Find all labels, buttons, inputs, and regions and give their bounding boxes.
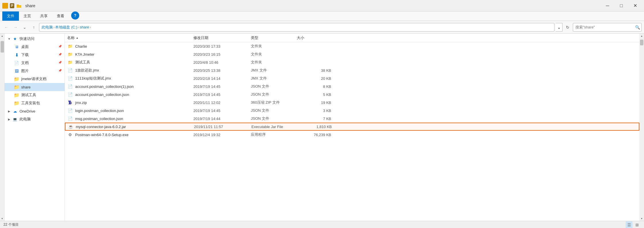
table-row[interactable]: 🗜 jmx.zip 2020/1/11 12:02 360压缩 ZIP 文件 1… [65,98,639,107]
onedrive-icon: ☁ [12,108,18,114]
minimize-button[interactable]: ─ [601,1,614,10]
table-row[interactable]: 📁 测试工具 2020/4/8 10:46 文件夹 [65,58,639,66]
sidebar-scroll-down[interactable]: ▼ [0,216,5,221]
file-size: 3 KB [297,109,331,113]
sidebar-label-jmeter: jmeter请求文档 [21,76,46,82]
list-view-button[interactable]: ☰ [626,221,633,228]
right-scroll-up[interactable]: ▲ [639,34,644,38]
file-type: JMX 文件 [251,76,297,81]
folder-icon-share: 📁 [14,84,20,90]
tab-share[interactable]: 共享 [36,11,52,21]
file-name: Postman-win64-7.8.0-Setup.exe [75,133,193,137]
sidebar-scrollbar: ▲ ▼ [0,34,5,221]
address-path[interactable]: 此电脑 › 本地磁盘 (C:) › share › [39,23,554,32]
file-date: 2019/7/19 14:45 [193,84,251,89]
table-row[interactable]: 📁 Charlie 2020/3/30 17:33 文件夹 [65,42,639,50]
file-name: Charlie [75,44,193,49]
file-name: jmx.zip [75,101,193,105]
sidebar-item-thispc[interactable]: ▶ 💻 此电脑 [5,115,65,123]
file-name: KTA Jmeter [75,52,193,57]
tab-home[interactable]: 主页 [19,11,36,21]
sidebar-item-toolspkg[interactable]: 📁 工具安装包 [5,99,65,107]
expand-icon-quickaccess: ▼ [7,36,11,41]
col-header-type[interactable]: 类型 [251,35,297,40]
file-date: 2019/7/19 14:45 [193,92,251,97]
grid-view-button[interactable]: ⊞ [634,221,641,228]
file-type: Executable Jar File [251,125,297,129]
sidebar-item-share[interactable]: 📁 share [5,83,65,91]
sidebar-label-share: share [21,85,31,89]
svg-rect-0 [10,3,14,8]
sidebar-scroll-thumb[interactable] [1,41,4,53]
sidebar-item-desktop[interactable]: 🖥 桌面 📌 [5,43,65,51]
file-date: 2020/3/23 16:15 [193,52,251,57]
file-type: JSON 文件 [251,92,297,97]
sidebar-item-photos[interactable]: 🖼 图片 📌 [5,67,65,75]
right-scroll-down[interactable]: ▼ [639,216,644,221]
sidebar-item-jmeter[interactable]: 📁 jmeter请求文档 [5,75,65,83]
sidebar-item-testtools[interactable]: 📁 测试工具 [5,91,65,99]
file-size: 8 KB [297,84,331,89]
file-list-header: 名称 ▲ 修改日期 类型 大小 [65,34,639,42]
file-size: 19 KB [297,101,331,105]
sidebar-item-quickaccess[interactable]: ▼ ★ 快速访问 [5,35,65,43]
table-row[interactable]: 📄 1111ksp短信测试.jmx 2020/2/18 14:14 JMX 文件… [65,74,639,82]
path-sep2: › [78,25,79,29]
table-row[interactable]: 📄 1放款还款.jmx 2020/3/25 13:38 JMX 文件 38 KB [65,66,639,74]
table-row[interactable]: 📄 msg.postman_collection.json 2019/7/19 … [65,115,639,123]
col-header-name[interactable]: 名称 ▲ [67,35,193,40]
expand-icon-onedrive: ▶ [7,109,11,113]
back-button[interactable]: ← [2,23,10,31]
tab-file[interactable]: 文件 [2,11,19,21]
path-sep1: › [53,25,55,29]
file-type: 应用程序 [251,132,297,137]
table-row[interactable]: ⚙ Postman-win64-7.8.0-Setup.exe 2019/12/… [65,131,639,139]
docs-icon: 📄 [14,60,20,66]
ribbon-tabs: 文件 主页 共享 查看 ? [0,11,644,21]
file-size: 20 KB [297,76,331,81]
file-icon-folder: 📁 [67,51,73,57]
sidebar-item-onedrive[interactable]: ▶ ☁ OneDrive [5,107,65,115]
main-content: ▲ ▼ ▼ ★ 快速访问 🖥 桌面 📌 ⬇ 下载 📌 📄 文档 📌 � [0,34,644,221]
table-row[interactable]: 📁 KTA Jmeter 2020/3/23 16:15 文件夹 [65,50,639,58]
file-name: msg.postman_collection.json [75,117,193,121]
sidebar-item-docs[interactable]: 📄 文档 📌 [5,59,65,67]
search-input[interactable] [573,25,633,29]
help-button[interactable]: ? [71,11,79,20]
file-name: mysql-connector-java-6.0.2.jar [76,125,194,129]
table-row[interactable]: 📄 account.postman_collection(1).json 201… [65,82,639,90]
address-dropdown-button[interactable]: ⌄ [556,23,562,32]
close-button[interactable]: ✕ [629,1,642,10]
title-bar: share ─ □ ✕ [0,0,644,11]
sidebar-scroll-up[interactable]: ▲ [0,34,5,38]
file-size: 1,810 KB [297,125,332,129]
tab-view[interactable]: 查看 [52,11,69,21]
col-date-label: 修改日期 [193,35,208,40]
app-icon-folder [16,3,22,9]
search-icon[interactable]: 🔍 [633,23,641,31]
right-scroll-thumb[interactable] [640,40,643,45]
maximize-button[interactable]: □ [615,1,628,10]
refresh-button[interactable]: ↻ [564,23,572,31]
col-header-date[interactable]: 修改日期 [193,35,251,40]
table-row[interactable]: 📄 login.postman_collection.json 2019/7/1… [65,107,639,115]
file-icon-jmx: 📄 [67,67,73,73]
file-icon-jar: ☕ [68,124,73,130]
up-button[interactable]: ↑ [30,23,38,31]
file-icon-zip: 🗜 [67,100,73,105]
col-header-size[interactable]: 大小 [297,35,331,40]
file-type: JSON 文件 [251,108,297,113]
file-icon-exe: ⚙ [67,132,73,138]
view-controls: ☰ ⊞ [626,221,641,228]
forward-button[interactable]: → [11,23,20,31]
file-date: 2020/1/11 12:02 [193,101,251,105]
path-share: share [80,25,89,29]
file-type: 360压缩 ZIP 文件 [251,100,297,105]
sidebar-label-toolspkg: 工具安装包 [21,101,40,106]
dropdown-arrow-button[interactable]: ⌄ [21,23,29,31]
table-row[interactable]: 📄 account.postman_collection.json 2019/7… [65,90,639,98]
status-bar: 22 个项目 ☰ ⊞ [0,221,644,228]
table-row[interactable]: ☕ mysql-connector-java-6.0.2.jar 2019/11… [65,123,639,131]
sidebar-item-download[interactable]: ⬇ 下载 📌 [5,51,65,59]
sidebar: ▼ ★ 快速访问 🖥 桌面 📌 ⬇ 下载 📌 📄 文档 📌 🖼 图片 📌 📁 j… [5,34,65,221]
